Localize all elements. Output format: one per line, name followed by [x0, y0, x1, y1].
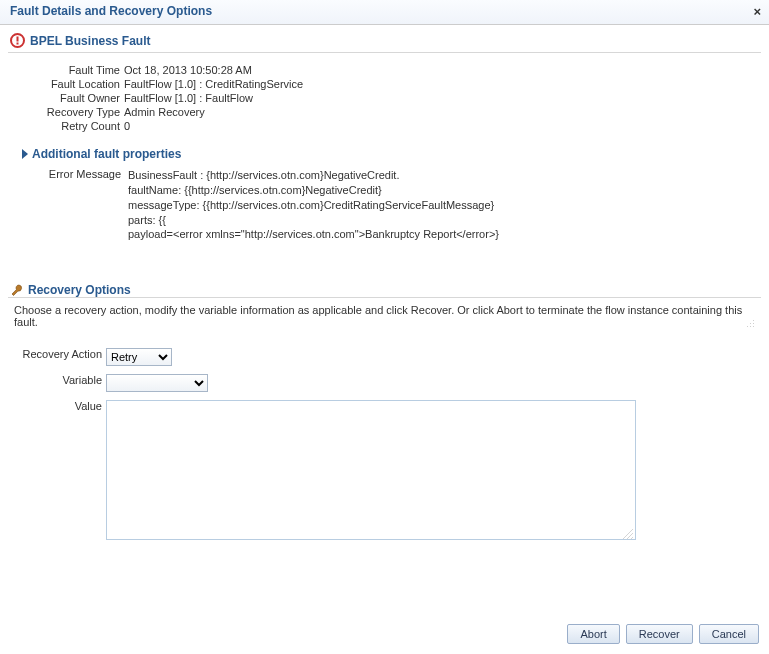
recovery-type-label: Recovery Type [0, 105, 124, 119]
fault-location-label: Fault Location [0, 77, 124, 91]
fault-owner-label: Fault Owner [0, 91, 124, 105]
resize-handle-icon[interactable] [745, 318, 757, 330]
recovery-type-value: Admin Recovery [124, 105, 307, 119]
retry-count-label: Retry Count [0, 119, 124, 133]
value-label: Value [0, 398, 106, 548]
fault-time-value: Oct 18, 2013 10:50:28 AM [124, 63, 307, 77]
chevron-right-icon [22, 149, 28, 159]
cancel-button[interactable]: Cancel [699, 624, 759, 644]
abort-button[interactable]: Abort [567, 624, 619, 644]
additional-fault-properties-label: Additional fault properties [32, 147, 181, 161]
svg-rect-1 [17, 37, 19, 42]
error-message-label: Error Message [0, 167, 127, 243]
variable-label: Variable [0, 372, 106, 398]
additional-fault-properties-toggle[interactable]: Additional fault properties [22, 147, 769, 161]
value-textarea[interactable] [106, 400, 636, 540]
fault-time-label: Fault Time [0, 63, 124, 77]
fault-owner-value: FaultFlow [1.0] : FaultFlow [124, 91, 307, 105]
error-message-value: BusinessFault : {http://services.otn.com… [128, 168, 499, 242]
fault-header-title: BPEL Business Fault [30, 34, 150, 48]
recovery-options-header: Recovery Options [28, 283, 131, 297]
recovery-action-label: Recovery Action [0, 346, 106, 372]
wrench-icon [10, 283, 24, 297]
variable-select[interactable] [106, 374, 208, 392]
retry-count-value: 0 [124, 119, 307, 133]
recovery-action-select[interactable]: Retry [106, 348, 172, 366]
dialog-title: Fault Details and Recovery Options [10, 4, 212, 18]
recovery-description: Choose a recovery action, modify the var… [14, 304, 769, 328]
divider [8, 52, 761, 53]
close-icon[interactable]: × [753, 5, 761, 18]
alert-icon [10, 33, 25, 48]
fault-location-value: FaultFlow [1.0] : CreditRatingService [124, 77, 307, 91]
divider [8, 297, 761, 298]
recover-button[interactable]: Recover [626, 624, 693, 644]
svg-rect-2 [17, 43, 19, 45]
